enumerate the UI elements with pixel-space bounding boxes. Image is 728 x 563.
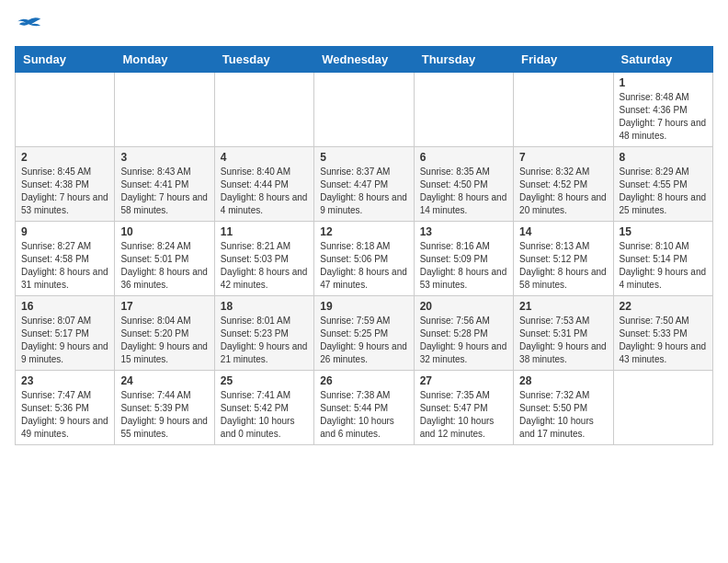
calendar-header-row: SundayMondayTuesdayWednesdayThursdayFrid… bbox=[16, 47, 713, 73]
day-number: 7 bbox=[519, 151, 607, 164]
calendar-cell: 9Sunrise: 8:27 AM Sunset: 4:58 PM Daylig… bbox=[16, 222, 115, 296]
day-number: 8 bbox=[620, 151, 707, 164]
day-number: 14 bbox=[519, 225, 607, 238]
day-info: Sunrise: 7:50 AM Sunset: 5:33 PM Dayligh… bbox=[620, 315, 707, 366]
day-number: 6 bbox=[420, 151, 507, 164]
calendar-cell: 20Sunrise: 7:56 AM Sunset: 5:28 PM Dayli… bbox=[414, 296, 513, 371]
calendar-cell: 5Sunrise: 8:37 AM Sunset: 4:47 PM Daylig… bbox=[314, 147, 414, 222]
calendar-cell: 21Sunrise: 7:53 AM Sunset: 5:31 PM Dayli… bbox=[514, 296, 613, 371]
day-info: Sunrise: 8:24 AM Sunset: 5:01 PM Dayligh… bbox=[120, 240, 208, 292]
day-info: Sunrise: 7:59 AM Sunset: 5:25 PM Dayligh… bbox=[320, 315, 407, 366]
day-info: Sunrise: 8:10 AM Sunset: 5:14 PM Dayligh… bbox=[620, 240, 707, 292]
calendar-cell: 19Sunrise: 7:59 AM Sunset: 5:25 PM Dayli… bbox=[314, 296, 414, 371]
day-number: 19 bbox=[320, 300, 407, 313]
day-info: Sunrise: 8:07 AM Sunset: 5:17 PM Dayligh… bbox=[21, 315, 108, 366]
calendar-cell: 2Sunrise: 8:45 AM Sunset: 4:38 PM Daylig… bbox=[16, 147, 115, 222]
page-header bbox=[15, 15, 713, 35]
day-info: Sunrise: 7:44 AM Sunset: 5:39 PM Dayligh… bbox=[120, 389, 208, 441]
day-number: 9 bbox=[21, 225, 108, 238]
day-info: Sunrise: 7:38 AM Sunset: 5:44 PM Dayligh… bbox=[320, 389, 407, 441]
day-number: 16 bbox=[21, 300, 108, 313]
calendar-cell: 10Sunrise: 8:24 AM Sunset: 5:01 PM Dayli… bbox=[115, 222, 214, 296]
calendar-cell bbox=[414, 73, 513, 147]
day-info: Sunrise: 8:04 AM Sunset: 5:20 PM Dayligh… bbox=[120, 315, 208, 366]
day-info: Sunrise: 7:41 AM Sunset: 5:42 PM Dayligh… bbox=[221, 389, 308, 441]
day-info: Sunrise: 8:16 AM Sunset: 5:09 PM Dayligh… bbox=[420, 240, 507, 292]
calendar-cell bbox=[514, 73, 613, 147]
day-number: 20 bbox=[420, 300, 507, 313]
calendar-cell: 12Sunrise: 8:18 AM Sunset: 5:06 PM Dayli… bbox=[314, 222, 414, 296]
calendar-week-3: 9Sunrise: 8:27 AM Sunset: 4:58 PM Daylig… bbox=[16, 222, 713, 296]
calendar-cell: 23Sunrise: 7:47 AM Sunset: 5:36 PM Dayli… bbox=[16, 371, 115, 445]
calendar-week-5: 23Sunrise: 7:47 AM Sunset: 5:36 PM Dayli… bbox=[16, 371, 713, 445]
day-number: 28 bbox=[519, 374, 607, 387]
day-info: Sunrise: 8:35 AM Sunset: 4:50 PM Dayligh… bbox=[420, 166, 507, 217]
calendar-cell bbox=[314, 73, 414, 147]
day-number: 2 bbox=[21, 151, 108, 164]
calendar-week-1: 1Sunrise: 8:48 AM Sunset: 4:36 PM Daylig… bbox=[16, 73, 713, 147]
day-number: 27 bbox=[420, 374, 507, 387]
calendar-cell: 25Sunrise: 7:41 AM Sunset: 5:42 PM Dayli… bbox=[214, 371, 313, 445]
day-number: 21 bbox=[519, 300, 607, 313]
calendar-cell: 4Sunrise: 8:40 AM Sunset: 4:44 PM Daylig… bbox=[214, 147, 313, 222]
calendar-cell: 26Sunrise: 7:38 AM Sunset: 5:44 PM Dayli… bbox=[314, 371, 414, 445]
day-info: Sunrise: 8:29 AM Sunset: 4:55 PM Dayligh… bbox=[620, 166, 707, 217]
day-number: 26 bbox=[320, 374, 407, 387]
calendar-cell: 28Sunrise: 7:32 AM Sunset: 5:50 PM Dayli… bbox=[514, 371, 613, 445]
logo-bird-icon bbox=[15, 15, 42, 35]
calendar-cell: 16Sunrise: 8:07 AM Sunset: 5:17 PM Dayli… bbox=[16, 296, 115, 371]
calendar-cell: 17Sunrise: 8:04 AM Sunset: 5:20 PM Dayli… bbox=[115, 296, 214, 371]
calendar-cell: 6Sunrise: 8:35 AM Sunset: 4:50 PM Daylig… bbox=[414, 147, 513, 222]
day-info: Sunrise: 7:53 AM Sunset: 5:31 PM Dayligh… bbox=[519, 315, 607, 366]
day-info: Sunrise: 8:37 AM Sunset: 4:47 PM Dayligh… bbox=[320, 166, 407, 217]
logo bbox=[15, 15, 46, 35]
day-header-thursday: Thursday bbox=[414, 47, 513, 73]
day-header-wednesday: Wednesday bbox=[314, 47, 414, 73]
calendar-cell: 22Sunrise: 7:50 AM Sunset: 5:33 PM Dayli… bbox=[613, 296, 712, 371]
calendar-cell bbox=[214, 73, 313, 147]
calendar-cell: 24Sunrise: 7:44 AM Sunset: 5:39 PM Dayli… bbox=[115, 371, 214, 445]
day-number: 24 bbox=[120, 374, 208, 387]
calendar-table: SundayMondayTuesdayWednesdayThursdayFrid… bbox=[15, 46, 713, 445]
day-number: 5 bbox=[320, 151, 407, 164]
day-info: Sunrise: 8:21 AM Sunset: 5:03 PM Dayligh… bbox=[221, 240, 308, 292]
day-info: Sunrise: 8:01 AM Sunset: 5:23 PM Dayligh… bbox=[221, 315, 308, 366]
day-header-saturday: Saturday bbox=[613, 47, 712, 73]
day-info: Sunrise: 8:27 AM Sunset: 4:58 PM Dayligh… bbox=[21, 240, 108, 292]
calendar-cell bbox=[115, 73, 214, 147]
day-number: 23 bbox=[21, 374, 108, 387]
day-number: 4 bbox=[221, 151, 308, 164]
calendar-cell: 18Sunrise: 8:01 AM Sunset: 5:23 PM Dayli… bbox=[214, 296, 313, 371]
day-number: 12 bbox=[320, 225, 407, 238]
day-info: Sunrise: 7:35 AM Sunset: 5:47 PM Dayligh… bbox=[420, 389, 507, 441]
day-number: 1 bbox=[620, 76, 707, 89]
calendar-cell: 13Sunrise: 8:16 AM Sunset: 5:09 PM Dayli… bbox=[414, 222, 513, 296]
calendar-cell: 8Sunrise: 8:29 AM Sunset: 4:55 PM Daylig… bbox=[613, 147, 712, 222]
day-header-friday: Friday bbox=[514, 47, 613, 73]
calendar-cell: 27Sunrise: 7:35 AM Sunset: 5:47 PM Dayli… bbox=[414, 371, 513, 445]
day-number: 15 bbox=[620, 225, 707, 238]
day-number: 13 bbox=[420, 225, 507, 238]
day-info: Sunrise: 7:47 AM Sunset: 5:36 PM Dayligh… bbox=[21, 389, 108, 441]
calendar-cell: 11Sunrise: 8:21 AM Sunset: 5:03 PM Dayli… bbox=[214, 222, 313, 296]
day-info: Sunrise: 8:32 AM Sunset: 4:52 PM Dayligh… bbox=[519, 166, 607, 217]
calendar-cell: 1Sunrise: 8:48 AM Sunset: 4:36 PM Daylig… bbox=[613, 73, 712, 147]
day-info: Sunrise: 8:40 AM Sunset: 4:44 PM Dayligh… bbox=[221, 166, 308, 217]
day-number: 22 bbox=[620, 300, 707, 313]
calendar-week-2: 2Sunrise: 8:45 AM Sunset: 4:38 PM Daylig… bbox=[16, 147, 713, 222]
day-info: Sunrise: 7:56 AM Sunset: 5:28 PM Dayligh… bbox=[420, 315, 507, 366]
day-header-monday: Monday bbox=[115, 47, 214, 73]
day-header-sunday: Sunday bbox=[16, 47, 115, 73]
calendar-cell bbox=[16, 73, 115, 147]
day-header-tuesday: Tuesday bbox=[214, 47, 313, 73]
calendar-week-4: 16Sunrise: 8:07 AM Sunset: 5:17 PM Dayli… bbox=[16, 296, 713, 371]
day-number: 3 bbox=[120, 151, 208, 164]
calendar-cell: 3Sunrise: 8:43 AM Sunset: 4:41 PM Daylig… bbox=[115, 147, 214, 222]
calendar-cell: 14Sunrise: 8:13 AM Sunset: 5:12 PM Dayli… bbox=[514, 222, 613, 296]
day-number: 10 bbox=[120, 225, 208, 238]
day-number: 25 bbox=[221, 374, 308, 387]
calendar-cell: 15Sunrise: 8:10 AM Sunset: 5:14 PM Dayli… bbox=[613, 222, 712, 296]
calendar-cell bbox=[613, 371, 712, 445]
day-info: Sunrise: 8:48 AM Sunset: 4:36 PM Dayligh… bbox=[620, 91, 707, 143]
calendar-cell: 7Sunrise: 8:32 AM Sunset: 4:52 PM Daylig… bbox=[514, 147, 613, 222]
